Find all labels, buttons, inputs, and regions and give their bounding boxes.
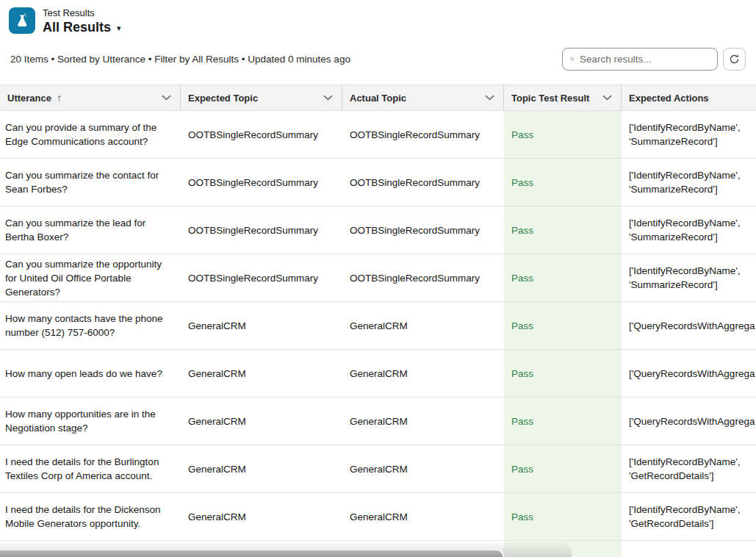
sort-asc-icon: ↑ xyxy=(57,92,62,104)
cell-text: Can you provide a summary of the Edge Co… xyxy=(5,121,172,148)
test-results-entity-icon xyxy=(9,7,35,34)
column-header-utterance[interactable]: Utterance ↑ xyxy=(0,85,181,110)
cell-text: GeneralCRM xyxy=(350,462,408,476)
results-table: Utterance ↑ Expected Topic Actual Topic xyxy=(0,85,756,557)
actual-topic-cell: OOTBSingleRecordSummary xyxy=(342,159,504,206)
cell-text: GeneralCRM xyxy=(188,414,246,428)
table-row[interactable]: How many open leads do we have?GeneralCR… xyxy=(0,350,756,398)
actual-topic-cell: GeneralCRM xyxy=(342,493,504,540)
column-header-topic-test-result[interactable]: Topic Test Result xyxy=(504,85,622,110)
table-row[interactable]: Can you provide a summary of the Edge Co… xyxy=(0,111,756,159)
object-label: Test Results xyxy=(43,7,121,19)
topic-test-result-cell: Pass xyxy=(504,398,622,445)
cell-text: GeneralCRM xyxy=(188,367,246,381)
column-header-expected-topic[interactable]: Expected Topic xyxy=(181,85,342,110)
flask-icon xyxy=(14,12,31,29)
cell-text: OOTBSingleRecordSummary xyxy=(350,223,480,237)
pass-label: Pass xyxy=(511,462,533,476)
list-view-selector[interactable]: All Results ▾ xyxy=(43,19,121,35)
refresh-button[interactable] xyxy=(723,48,746,71)
cell-text: GeneralCRM xyxy=(188,510,246,524)
search-box[interactable] xyxy=(562,48,718,71)
column-label: Expected Actions xyxy=(629,93,709,104)
expected-topic-cell: GeneralCRM xyxy=(181,445,342,492)
table-row[interactable]: How many contacts have the phone number … xyxy=(0,302,756,350)
utterance-cell: I need the details for the Burlington Te… xyxy=(0,445,181,492)
cell-text: GeneralCRM xyxy=(350,367,408,381)
pass-label: Pass xyxy=(511,223,533,237)
toolbar-controls xyxy=(562,48,746,71)
list-toolbar: 20 Items • Sorted by Utterance • Filter … xyxy=(0,47,756,71)
actual-topic-cell: OOTBSingleRecordSummary xyxy=(342,111,504,158)
pass-label: Pass xyxy=(511,271,533,285)
chevron-down-icon[interactable] xyxy=(162,95,171,101)
column-label-wrap: Expected Actions xyxy=(629,93,709,104)
topic-test-result-cell: Pass xyxy=(504,493,622,540)
topic-test-result-cell: Pass xyxy=(504,350,622,397)
column-label-wrap: Utterance ↑ xyxy=(7,92,62,104)
list-summary: 20 Items • Sorted by Utterance • Filter … xyxy=(10,54,350,65)
pass-label: Pass xyxy=(511,414,533,428)
expected-actions-cell: ['IdentifyRecordByName', 'SummarizeRecor… xyxy=(622,206,756,254)
cell-text: OOTBSingleRecordSummary xyxy=(188,271,318,285)
chevron-down-icon[interactable] xyxy=(602,95,612,101)
expected-topic-cell: OOTBSingleRecordSummary xyxy=(181,111,342,158)
cell-text: GeneralCRM xyxy=(350,319,408,333)
cell-text: OOTBSingleRecordSummary xyxy=(188,128,318,142)
column-header-actual-topic[interactable]: Actual Topic xyxy=(342,85,504,110)
cell-text: Can you summarize the lead for Bertha Bo… xyxy=(5,216,172,244)
cell-text: GeneralCRM xyxy=(188,462,246,476)
topic-test-result-cell: Pass xyxy=(504,111,622,158)
table-row[interactable]: Can you summarize the opportunity for Un… xyxy=(0,254,756,302)
actual-topic-cell: OOTBSingleRecordSummary xyxy=(342,206,504,254)
cell-text: ['IdentifyRecordByName', 'SummarizeRecor… xyxy=(629,264,756,292)
cell-text: OOTBSingleRecordSummary xyxy=(350,271,480,285)
utterance-cell: Can you summarize the lead for Bertha Bo… xyxy=(0,206,181,254)
cell-text: GeneralCRM xyxy=(350,414,408,428)
actual-topic-cell: GeneralCRM xyxy=(342,445,504,492)
column-label-wrap: Topic Test Result xyxy=(511,93,589,104)
cell-text: OOTBSingleRecordSummary xyxy=(350,176,480,190)
utterance-cell: How many contacts have the phone number … xyxy=(0,302,181,349)
expected-actions-cell: ['IdentifyRecordByName', 'GetRecordDetai… xyxy=(622,493,756,540)
pass-label: Pass xyxy=(511,176,533,190)
refresh-icon xyxy=(729,54,740,65)
page-header: Test Results All Results ▾ xyxy=(0,0,756,35)
cell-text: Can you summarize the opportunity for Un… xyxy=(5,257,172,299)
table-row[interactable]: Can you summarize the contact for Sean F… xyxy=(0,159,756,206)
utterance-cell: How many opportunities are in the Negoti… xyxy=(0,398,181,445)
search-input[interactable] xyxy=(580,54,710,65)
cell-text: I need the details for the Dickenson Mob… xyxy=(5,503,172,531)
title-block: Test Results All Results ▾ xyxy=(43,7,121,35)
chevron-down-icon[interactable] xyxy=(485,95,494,101)
column-label-wrap: Expected Topic xyxy=(188,93,258,104)
actual-topic-cell: GeneralCRM xyxy=(342,350,504,397)
cell-text: Can you summarize the contact for Sean F… xyxy=(5,168,172,196)
expected-topic-cell: GeneralCRM xyxy=(181,350,342,397)
chevron-down-icon[interactable] xyxy=(323,95,333,101)
utterance-cell: Can you summarize the opportunity for Un… xyxy=(0,254,181,301)
expected-actions-cell: ['QueryRecordsWithAggrega xyxy=(622,398,756,445)
column-header-expected-actions[interactable]: Expected Actions xyxy=(622,85,756,110)
table-row[interactable]: I need the details for the Burlington Te… xyxy=(0,445,756,493)
cell-text: ['QueryRecordsWithAggrega xyxy=(629,319,755,333)
cell-text: ['IdentifyRecordByName', 'GetRecordDetai… xyxy=(629,455,756,483)
column-label-wrap: Actual Topic xyxy=(350,93,406,104)
cell-text: ['IdentifyRecordByName', 'SummarizeRecor… xyxy=(629,168,756,196)
cell-text: OOTBSingleRecordSummary xyxy=(188,223,318,237)
expected-actions-cell: ['IdentifyRecordByName', xyxy=(622,541,756,557)
table-row[interactable]: I need the details for the Dickenson Mob… xyxy=(0,493,756,541)
actual-topic-cell: GeneralCRM xyxy=(342,398,504,445)
chevron-down-icon: ▾ xyxy=(117,24,121,33)
column-label: Expected Topic xyxy=(188,93,258,104)
cell-text: ['QueryRecordsWithAggrega xyxy=(629,414,755,428)
horizontal-scrollbar-thumb[interactable] xyxy=(0,549,504,557)
table-row[interactable]: Can you summarize the lead for Bertha Bo… xyxy=(0,206,756,254)
column-label: Utterance xyxy=(7,93,51,104)
pass-label: Pass xyxy=(511,128,533,142)
topic-test-result-cell: Pass xyxy=(504,445,622,492)
cell-text: ['IdentifyRecordByName', 'SummarizeRecor… xyxy=(629,216,756,244)
table-row[interactable]: How many opportunities are in the Negoti… xyxy=(0,398,756,445)
search-icon xyxy=(570,54,575,65)
test-results-page: Test Results All Results ▾ 20 Items • So… xyxy=(0,0,756,557)
